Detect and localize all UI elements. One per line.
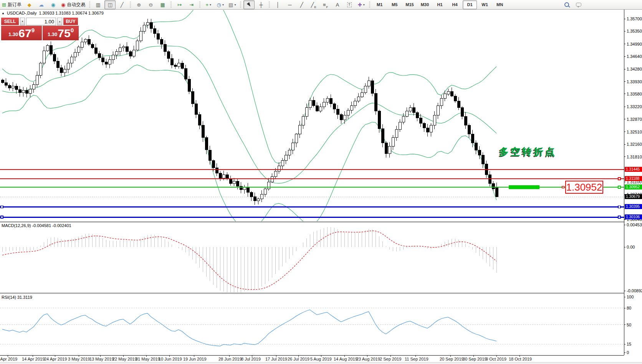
vertical-line-button[interactable]: │ [272,0,283,9]
price-tick-label: 1.35700 [627,16,642,21]
hline-handle[interactable] [618,186,620,188]
cursor-button[interactable] [243,0,255,9]
time-tick-label: 28 Jun 2019 [218,357,242,361]
autoscroll-icon: ↦ [177,2,182,7]
price-tick-label: 1.32510 [627,130,642,134]
toolbar: ⊞新订单◆☁◉◉自动交易▥◫╱⊕⊖▦↦⇥+▾◷▾▧▾┼│─╱╱E≡FAT✚▾M1… [0,0,642,10]
line-chart-button[interactable]: ╱ [116,0,127,9]
fibo-sub-letter: F [326,5,328,9]
hline-handle[interactable] [618,178,620,180]
volume-increase-button[interactable]: ▴ [57,18,62,25]
annotation-turning-point[interactable]: 多空转折点 [499,145,557,158]
hline-handle[interactable] [1,206,3,208]
price-tick-label: 1.34990 [627,42,642,46]
cursor-icon [247,2,252,7]
toolbar-grip[interactable] [199,2,200,8]
sell-price-display[interactable]: 1.30 67 9 [1,26,43,40]
dropdown-caret-icon[interactable]: ▾ [210,3,211,7]
crosshair-button[interactable]: ┼ [255,0,266,9]
buy-button[interactable]: BUY [63,18,78,25]
tile-windows-button[interactable]: ▦ [157,0,168,9]
toolbar-grip[interactable] [269,2,270,8]
arrows-button[interactable]: ✚▾ [356,0,367,9]
dropdown-caret-icon[interactable]: ▾ [222,3,224,7]
indicators-icon: + [205,2,208,7]
price-tick-label: 1.32160 [627,142,642,147]
linechart-icon: ╱ [121,2,124,7]
indicators-button[interactable]: +▾ [203,0,214,9]
zoom-in-button[interactable]: ⊕ [133,0,144,9]
text-button[interactable]: A [332,0,343,9]
channel-sub-letter: E [314,5,316,9]
time-tick-label: 13 May 2019 [89,357,114,361]
equidistant-channel-button[interactable]: ╱E [308,0,319,9]
trendline-button[interactable]: ╱ [296,0,307,9]
timeframe-h4[interactable]: H4 [448,0,462,9]
sell-price-pip: 9 [31,27,35,33]
autotrading-button[interactable]: ◉自动交易 [60,0,87,9]
tile-icon: ▦ [160,2,165,7]
horizontal-line-button[interactable]: ─ [284,0,295,9]
timeframe-m30[interactable]: M30 [418,0,432,9]
zoom-out-button[interactable]: ⊖ [145,0,156,9]
sell-button[interactable]: SELL [1,18,19,25]
chart-shift-button[interactable]: ⇥ [186,0,197,9]
macd-tick-label: 0.00 [627,245,635,249]
candlestick-chart-button[interactable]: ◫ [104,0,116,9]
toolbar-grip[interactable] [240,2,241,8]
toolbar-grip[interactable] [130,2,131,8]
rsi-indicator-label: RSI(14) 31.3119 [2,295,32,300]
time-tick-label: 22 May 2019 [113,357,137,361]
time-tick-label: 3 May 2019 [68,357,90,361]
price-tag-1.31188: 1.31188 [625,176,642,181]
hline-handle[interactable] [618,216,620,218]
toolbar-grip[interactable] [369,2,370,8]
timeframe-w1[interactable]: W1 [478,0,492,9]
channel-icon: ╱ [311,2,314,7]
timeframe-m5[interactable]: M5 [387,0,402,9]
crosshair-icon: ┼ [259,2,263,7]
template-icon: ▧ [228,2,233,7]
volume-input[interactable] [26,18,56,25]
fibonacci-button[interactable]: ≡F [320,0,331,9]
bar-chart-button[interactable]: ▥ [93,0,104,9]
annotation-price-label[interactable]: 1.30952 [565,181,603,194]
signal-icon: ◉ [51,2,55,7]
timeframe-d1[interactable]: D1 [463,0,477,9]
quote-buttons-row: SELL ▾ ▴ BUY [1,18,79,25]
price-tick-label: 1.34640 [627,54,642,59]
hline-handle[interactable] [618,206,620,208]
symbol-expander-icon[interactable]: ▲ [2,12,5,15]
dropdown-caret-icon[interactable]: ▾ [363,3,365,7]
search-button[interactable] [561,0,572,9]
time-tick-label: 31 May 2019 [136,357,160,361]
volume-decrease-button[interactable]: ▾ [20,18,25,25]
time-tick-label: 26 Jul 2019 [288,357,309,361]
callout-anchor-handle[interactable] [562,186,564,188]
timeframe-m15[interactable]: M15 [402,0,417,9]
price-tick-label: 1.35350 [627,29,642,33]
text-label-button[interactable]: T [344,0,355,9]
trend-segment[interactable] [509,185,539,189]
community-button[interactable]: ☁ [36,0,47,9]
signals-button[interactable]: ◉ [48,0,59,9]
arrows-icon: ✚ [358,2,362,7]
chart-title: ▲ USDCAD-,Daily 1.30933 1.31083 1.30674 … [2,11,104,15]
timeframe-m1[interactable]: M1 [372,0,387,9]
templates-button[interactable]: ▧▾ [227,0,238,9]
mt4-window: ⊞新订单◆☁◉◉自动交易▥◫╱⊕⊖▦↦⇥+▾◷▾▧▾┼│─╱╱E≡FAT✚▾M1… [0,0,642,364]
hline-handle[interactable] [1,216,3,218]
timeframe-mn[interactable]: MN [493,0,507,9]
auto-scroll-button[interactable]: ↦ [174,0,185,9]
macd-axis-labels: 0.0045330.00-0.008928 [624,222,642,293]
periods-button[interactable]: ◷▾ [215,0,226,9]
dropdown-caret-icon[interactable]: ▾ [234,3,236,7]
toolbar-grip[interactable] [170,2,172,8]
new-order-button[interactable]: ⊞新订单 [0,0,23,9]
toolbar-grip[interactable] [89,2,90,8]
buy-price-display[interactable]: 1.30 75 0 [43,26,79,40]
price-tag-1.30679: 1.30679 [625,194,642,199]
timeframe-h1[interactable]: H1 [433,0,447,9]
metaeditor-button[interactable]: ◆ [24,0,35,9]
chat-button[interactable] [573,0,584,9]
